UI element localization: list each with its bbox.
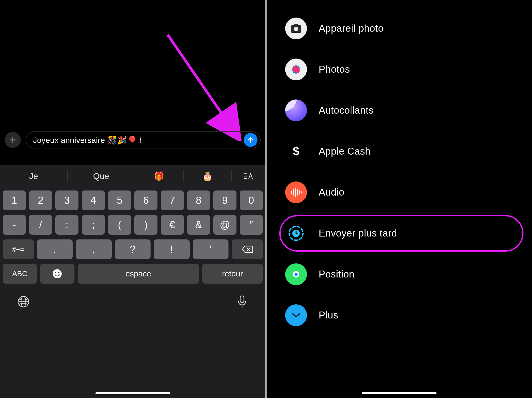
keyboard: Je Que 🎁 🎂 1 2 3 4	[0, 165, 265, 398]
key-0[interactable]: 0	[240, 190, 263, 210]
prediction-1[interactable]: Je	[0, 165, 67, 187]
key-3[interactable]: 3	[55, 190, 78, 210]
key-rparen[interactable]: )	[134, 215, 157, 235]
key-euro[interactable]: €	[161, 215, 184, 235]
photos-icon	[285, 59, 307, 80]
screen-messages: Joyeux anniversaire 🎊🎉🎈 ! Je Que 🎁 🎂	[0, 0, 265, 398]
keyboard-bottom-row	[0, 286, 265, 312]
key-6[interactable]: 6	[134, 190, 157, 210]
key-space[interactable]: espace	[78, 264, 199, 284]
annotation-arrow	[160, 29, 245, 141]
key-period[interactable]: .	[37, 239, 73, 259]
camera-icon	[285, 18, 307, 39]
key-9[interactable]: 9	[213, 190, 236, 210]
menu-item-label: Apple Cash	[319, 146, 371, 157]
menu-item-location[interactable]: Position	[267, 254, 532, 295]
prediction-2[interactable]: Que	[68, 165, 135, 187]
key-row-3: #+= . , ? ! ’	[3, 239, 263, 259]
menu-item-camera[interactable]: Appareil photo	[267, 8, 532, 49]
key-row-2: - / : ; ( ) € & @ ″	[3, 215, 263, 235]
menu-item-label: Audio	[319, 187, 344, 198]
location-icon	[285, 263, 307, 285]
svg-point-10	[53, 269, 62, 278]
apps-plus-button[interactable]	[5, 132, 21, 148]
prediction-emoji-gift[interactable]: 🎁	[135, 165, 183, 187]
mic-icon[interactable]	[235, 294, 250, 309]
menu-item-stickers[interactable]: Autocollants	[267, 90, 532, 131]
menu-item-label: Appareil photo	[319, 23, 384, 34]
key-5[interactable]: 5	[108, 190, 131, 210]
menu-item-label: Position	[319, 269, 355, 280]
key-row-1: 1 2 3 4 5 6 7 8 9 0	[3, 190, 263, 210]
key-question[interactable]: ?	[115, 239, 151, 259]
menu-item-photos[interactable]: Photos	[267, 49, 532, 90]
message-input-row: Joyeux anniversaire 🎊🎉🎈 !	[5, 131, 261, 148]
key-2[interactable]: 2	[29, 190, 52, 210]
key-comma[interactable]: ,	[76, 239, 112, 259]
key-1[interactable]: 1	[3, 190, 26, 210]
key-abc[interactable]: ABC	[3, 264, 37, 284]
key-amp[interactable]: &	[187, 215, 210, 235]
key-apostrophe[interactable]: ’	[193, 239, 229, 259]
text-replacement-icon[interactable]	[232, 165, 265, 187]
svg-point-12	[58, 272, 60, 273]
message-text: Joyeux anniversaire 🎊🎉🎈 !	[33, 135, 240, 145]
menu-item-label: Autocollants	[319, 105, 373, 116]
svg-point-18	[294, 27, 298, 31]
menu-item-audio[interactable]: Audio	[267, 172, 532, 213]
key-at[interactable]: @	[213, 215, 236, 235]
send-button[interactable]	[244, 133, 257, 147]
home-indicator[interactable]	[95, 392, 170, 394]
prediction-emoji-cake[interactable]: 🎂	[184, 165, 231, 187]
more-icon	[285, 304, 307, 326]
key-8[interactable]: 8	[187, 190, 210, 210]
svg-line-1	[168, 35, 231, 128]
key-lparen[interactable]: (	[108, 215, 131, 235]
stickers-icon	[285, 100, 307, 121]
svg-point-11	[55, 272, 56, 273]
svg-rect-16	[240, 296, 244, 303]
menu-item-label: Plus	[319, 310, 338, 321]
menu-item-send-later[interactable]: Envoyer plus tard	[267, 213, 532, 254]
menu-item-label: Photos	[319, 64, 350, 75]
screen-apps-menu: Appareil photo Photos	[267, 0, 532, 398]
key-backspace[interactable]	[232, 239, 263, 259]
menu-item-label: Envoyer plus tard	[319, 228, 397, 239]
home-indicator[interactable]	[362, 392, 437, 394]
key-7[interactable]: 7	[161, 190, 184, 210]
apps-menu-list: Appareil photo Photos	[267, 8, 532, 336]
globe-icon[interactable]	[16, 294, 31, 309]
menu-item-more[interactable]: Plus	[267, 295, 532, 336]
key-colon[interactable]: :	[55, 215, 78, 235]
key-4[interactable]: 4	[82, 190, 105, 210]
apple-cash-icon: $	[285, 140, 307, 162]
send-later-icon	[285, 222, 307, 244]
key-emoji[interactable]	[40, 264, 74, 284]
menu-item-apple-cash[interactable]: $ Apple Cash	[267, 131, 532, 172]
key-slash[interactable]: /	[29, 215, 52, 235]
audio-icon	[285, 181, 307, 203]
message-input-pill[interactable]: Joyeux anniversaire 🎊🎉🎈 !	[26, 131, 261, 148]
svg-point-38	[294, 273, 298, 276]
key-dprime[interactable]: ″	[240, 215, 263, 235]
prediction-row: Je Que 🎁 🎂	[0, 165, 265, 187]
key-return[interactable]: retour	[202, 264, 263, 284]
key-dash[interactable]: -	[3, 215, 26, 235]
key-semicolon[interactable]: ;	[82, 215, 105, 235]
key-exclam[interactable]: !	[154, 239, 190, 259]
key-symbols-switch[interactable]: #+=	[3, 239, 34, 259]
key-row-4: ABC espace retour	[3, 264, 263, 284]
